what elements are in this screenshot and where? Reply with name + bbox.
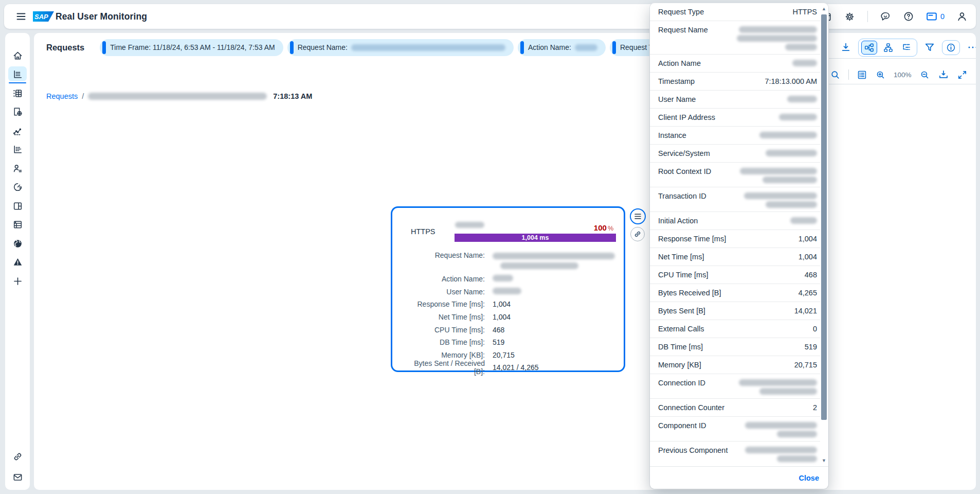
detail-row: Request Name bbox=[650, 21, 820, 55]
legend-icon[interactable] bbox=[857, 69, 867, 80]
redacted-value bbox=[759, 130, 817, 138]
card-menu-icon[interactable] bbox=[630, 208, 646, 224]
nav-layout[interactable] bbox=[5, 197, 30, 216]
menu-icon[interactable] bbox=[15, 11, 27, 22]
nav-planning-table[interactable] bbox=[5, 84, 30, 103]
org-chart-icon[interactable] bbox=[881, 41, 896, 54]
card-row: DB Time [ms]:519 bbox=[403, 336, 614, 349]
request-detail-panel: Request TypeHTTPS Request Name Action Na… bbox=[650, 3, 828, 489]
panel-scrollbar[interactable]: ▲ ▼ bbox=[821, 5, 827, 464]
nav-share-link[interactable] bbox=[5, 447, 30, 466]
info-icon[interactable] bbox=[942, 40, 960, 55]
card-link-icon[interactable] bbox=[630, 227, 645, 241]
detail-row: Request TypeHTTPS bbox=[650, 3, 820, 21]
detail-row: DB Time [ms]519 bbox=[650, 338, 820, 356]
account-icon[interactable] bbox=[956, 11, 968, 22]
close-button[interactable]: Close bbox=[799, 474, 820, 482]
detail-row: Initial Action bbox=[650, 212, 820, 230]
detail-row: Transaction ID bbox=[650, 187, 820, 212]
view-toolbar bbox=[840, 38, 976, 57]
nav-response-times[interactable] bbox=[5, 178, 30, 197]
scrollbar-thumb[interactable] bbox=[821, 14, 827, 420]
expand-icon[interactable] bbox=[957, 69, 968, 80]
sap-logo: SAP bbox=[33, 11, 54, 22]
shell-bar: SAP Real User Monitoring 0 bbox=[4, 4, 976, 29]
download-icon[interactable] bbox=[840, 42, 851, 53]
settings-icon[interactable] bbox=[844, 11, 856, 22]
breadcrumb-requests-link[interactable]: Requests bbox=[46, 92, 78, 100]
nav-alerts[interactable] bbox=[5, 253, 30, 272]
request-percent: 100% bbox=[594, 223, 613, 232]
redacted-action bbox=[455, 222, 484, 228]
detail-row: Component ID bbox=[650, 417, 820, 442]
detail-row: Connection Counter2 bbox=[650, 399, 820, 417]
nav-add[interactable] bbox=[5, 272, 30, 291]
redacted-value bbox=[737, 25, 817, 50]
card-row: User Name: bbox=[403, 286, 614, 298]
response-pie-icon bbox=[12, 182, 23, 192]
flow-chart-icon[interactable] bbox=[861, 41, 877, 55]
redacted-value bbox=[745, 445, 817, 462]
panel-footer: Close bbox=[650, 466, 828, 489]
detail-row: User Name bbox=[650, 91, 820, 109]
filter-chip-timeframe[interactable]: Time Frame: 11/18/24, 6:53 AM - 11/18/24… bbox=[100, 39, 283, 56]
detail-row: Connection ID bbox=[650, 374, 820, 399]
request-node-card[interactable]: HTTPS 100% 1,004 ms Request Name: Action… bbox=[391, 206, 625, 372]
card-row: Bytes Sent / Received [B]:14,021 / 4,265 bbox=[403, 361, 614, 374]
overflow-icon[interactable] bbox=[967, 42, 976, 53]
redacted-value bbox=[739, 378, 817, 395]
breadcrumb-timestamp: 7:18:13 AM bbox=[273, 92, 312, 100]
nav-trend-analysis[interactable] bbox=[5, 121, 30, 140]
zoom-in-icon[interactable] bbox=[875, 69, 886, 80]
notifications-icon[interactable]: 0 bbox=[926, 11, 945, 22]
card-row: Net Time [ms]:1,004 bbox=[403, 311, 614, 324]
nav-web[interactable] bbox=[5, 234, 30, 253]
zoom-toolbar: 100% bbox=[830, 66, 968, 83]
redacted-value bbox=[740, 166, 817, 183]
nav-web-pages[interactable] bbox=[5, 103, 30, 122]
requests-chart-icon bbox=[12, 69, 23, 80]
detail-row: Previous Component bbox=[650, 442, 820, 466]
breadcrumb: Requests / 7:18:13 AM bbox=[46, 92, 312, 100]
redacted-value bbox=[779, 112, 817, 120]
home-icon bbox=[12, 50, 23, 61]
nav-requests[interactable] bbox=[5, 65, 30, 84]
filter-chip-request-name[interactable]: Request Name: bbox=[287, 39, 514, 56]
page-title: Requests bbox=[46, 43, 84, 52]
filter-chip-action-name[interactable]: Action Name: bbox=[518, 39, 606, 56]
fit-screen-icon[interactable] bbox=[938, 69, 949, 80]
card-row: Action Name: bbox=[403, 273, 614, 286]
detail-row: Root Context ID bbox=[650, 163, 820, 187]
redacted-value bbox=[745, 420, 817, 437]
detail-row: Memory [KB]20,715 bbox=[650, 356, 820, 374]
table-view-icon bbox=[12, 219, 23, 230]
svg-text:SAP: SAP bbox=[34, 13, 48, 21]
detail-row: External Calls0 bbox=[650, 320, 820, 338]
redacted-value bbox=[792, 58, 817, 66]
detail-row: Client IP Address bbox=[650, 109, 820, 127]
nav-chart-rows[interactable] bbox=[5, 140, 30, 160]
help-icon[interactable] bbox=[903, 11, 914, 22]
link-icon bbox=[12, 451, 23, 462]
nav-table-view[interactable] bbox=[5, 216, 30, 235]
card-row: Request Name: bbox=[403, 250, 614, 273]
scroll-down-icon[interactable]: ▼ bbox=[821, 458, 827, 463]
redacted-breadcrumb-path bbox=[88, 93, 267, 100]
tree-list-icon[interactable] bbox=[899, 41, 914, 54]
email-icon bbox=[12, 472, 23, 483]
filter-icon[interactable] bbox=[924, 42, 935, 53]
feedback-icon[interactable] bbox=[880, 11, 891, 22]
nav-user-monitoring[interactable] bbox=[5, 159, 30, 178]
zoom-out-icon[interactable] bbox=[919, 69, 930, 80]
detail-row: Bytes Sent [B]14,021 bbox=[650, 302, 820, 320]
app-title: Real User Monitoring bbox=[56, 11, 147, 22]
detail-row: Timestamp7:18:13.000 AM bbox=[650, 73, 820, 91]
toolbar-divider bbox=[829, 58, 976, 59]
card-row: Response Time [ms]:1,004 bbox=[403, 298, 614, 311]
nav-email[interactable] bbox=[5, 468, 30, 487]
search-icon[interactable] bbox=[830, 69, 841, 80]
scroll-up-icon[interactable]: ▲ bbox=[821, 6, 827, 11]
planning-table-icon bbox=[12, 88, 23, 99]
main-content: Requests Time Frame: 11/18/24, 6:53 AM -… bbox=[34, 33, 976, 490]
nav-home[interactable] bbox=[5, 46, 30, 65]
